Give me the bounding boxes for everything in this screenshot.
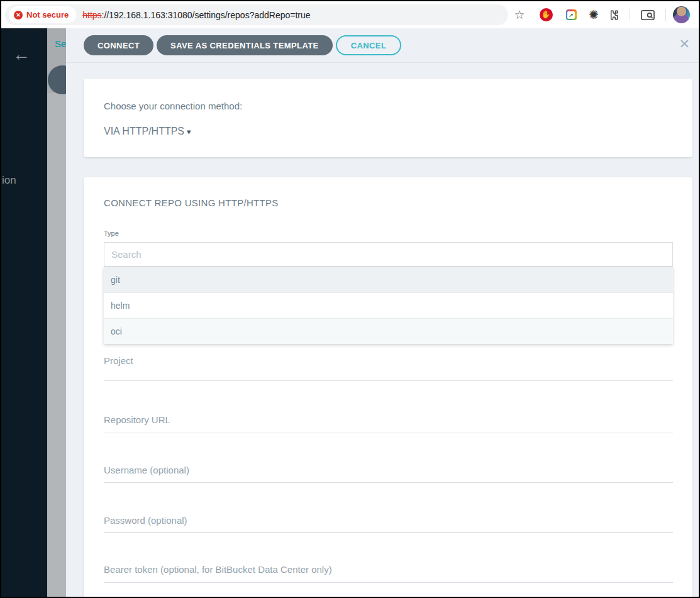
browser-window: ✕ Not secure https://192.168.1.163:31080… xyxy=(0,0,700,598)
type-option-git[interactable]: git xyxy=(104,267,673,292)
browser-toolbar: ✕ Not secure https://192.168.1.163:31080… xyxy=(1,1,699,28)
search-tabs-icon[interactable] xyxy=(638,1,658,28)
method-dropdown-value: VIA HTTP/HTTPS xyxy=(104,126,184,136)
type-options-dropdown: git helm oci xyxy=(104,267,673,344)
breadcrumb: Se xyxy=(55,38,66,49)
page-content: ← ion Se CONNECT SAVE AS CREDENTIALS TEM… xyxy=(1,28,699,597)
password-field-underline xyxy=(104,532,673,533)
picture-icon xyxy=(566,9,577,20)
panel-toolbar: CONNECT SAVE AS CREDENTIALS TEMPLATE CAN… xyxy=(66,28,699,63)
username-field-underline xyxy=(104,482,673,483)
connect-repo-panel: CONNECT SAVE AS CREDENTIALS TEMPLATE CAN… xyxy=(66,28,699,597)
profile-avatar[interactable] xyxy=(673,6,690,23)
bearer-token-field-label: Bearer token (optional, for BitBucket Da… xyxy=(104,564,673,575)
type-option-oci[interactable]: oci xyxy=(104,318,673,344)
toolbar-divider xyxy=(665,9,666,21)
extensions-puzzle-icon[interactable] xyxy=(605,1,621,28)
chevron-down-icon: ▾ xyxy=(187,127,191,136)
not-secure-icon: ✕ xyxy=(14,11,23,19)
username-field[interactable]: Username (optional) xyxy=(104,465,673,483)
method-dropdown[interactable]: VIA HTTP/HTTPS▾ xyxy=(104,126,191,137)
gear-extension-icon[interactable]: ✺ xyxy=(585,1,603,28)
username-field-label: Username (optional) xyxy=(104,465,673,475)
connection-method-card: Choose your connection method: VIA HTTP/… xyxy=(84,79,692,157)
app-sidebar: ← ion xyxy=(1,28,47,597)
adblock-extension-icon[interactable]: ✋ xyxy=(538,1,554,28)
form-title: CONNECT REPO USING HTTP/HTTPS xyxy=(104,197,279,208)
password-field[interactable]: Password (optional) xyxy=(104,515,673,533)
type-search-box xyxy=(104,242,673,267)
bookmark-star-icon[interactable]: ☆ xyxy=(511,1,528,28)
project-field-underline xyxy=(104,380,673,381)
project-field[interactable]: Project xyxy=(104,355,673,381)
type-field-label: Type xyxy=(104,230,119,237)
repository-url-field-label: Repository URL xyxy=(104,414,673,425)
repository-url-field[interactable]: Repository URL xyxy=(104,414,673,433)
not-secure-label: Not secure xyxy=(26,10,69,19)
project-field-label: Project xyxy=(104,355,673,366)
url-text: https://192.168.1.163:31080/settings/rep… xyxy=(82,10,310,20)
cancel-button[interactable]: CANCEL xyxy=(336,35,402,55)
address-bar[interactable]: ✕ Not secure https://192.168.1.163:31080… xyxy=(5,4,508,25)
bearer-token-field[interactable]: Bearer token (optional, for BitBucket Da… xyxy=(104,564,673,583)
close-icon[interactable]: ✕ xyxy=(679,37,690,50)
type-search-input[interactable] xyxy=(104,243,672,266)
type-option-helm[interactable]: helm xyxy=(104,292,673,318)
repository-url-field-underline xyxy=(104,433,673,433)
method-prompt: Choose your connection method: xyxy=(104,101,242,111)
toolbar-divider xyxy=(630,9,630,21)
hand-icon: ✋ xyxy=(540,8,553,21)
connect-button[interactable]: CONNECT xyxy=(84,35,153,55)
dimmed-background-strip: Se xyxy=(47,28,66,597)
screenshot-extension-icon[interactable] xyxy=(563,1,579,28)
url-rest: ://192.168.1.163:31080/settings/repos?ad… xyxy=(102,10,311,20)
bearer-token-field-underline xyxy=(104,582,673,583)
url-scheme: https xyxy=(82,10,101,20)
sidebar-clipped-label: ion xyxy=(2,174,16,187)
back-arrow-icon[interactable]: ← xyxy=(13,45,30,65)
password-field-label: Password (optional) xyxy=(104,515,673,526)
connect-repo-form-card: CONNECT REPO USING HTTP/HTTPS Type git h… xyxy=(84,177,692,597)
not-secure-badge[interactable]: ✕ Not secure xyxy=(9,6,76,23)
save-credentials-template-button[interactable]: SAVE AS CREDENTIALS TEMPLATE xyxy=(157,35,333,55)
